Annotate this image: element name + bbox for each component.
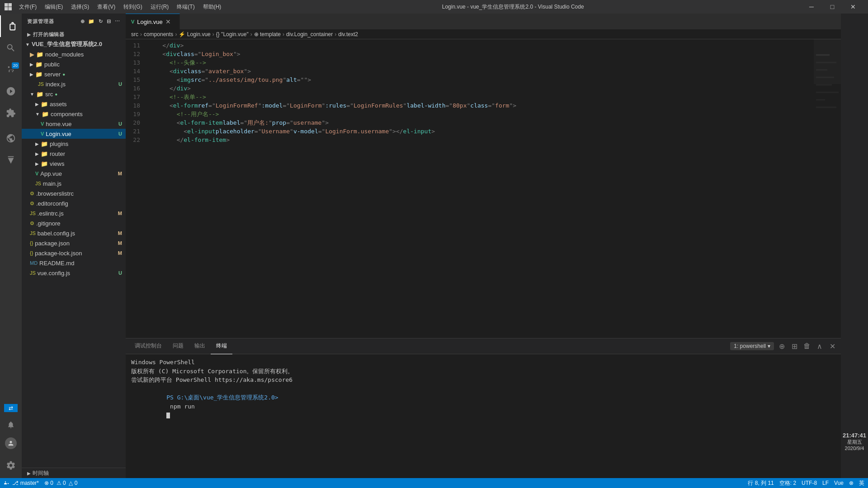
activity-source-control[interactable]: 20: [0, 59, 22, 80]
file-login-vue[interactable]: V Login.vue U: [22, 129, 126, 139]
folder-router-label: router: [50, 150, 65, 157]
folder-public[interactable]: ▶ 📁 public: [22, 59, 126, 69]
close-button[interactable]: ✕: [843, 0, 863, 14]
menu-help[interactable]: 帮助(H): [199, 2, 225, 12]
menu-select[interactable]: 选择(S): [67, 2, 93, 12]
folder-components[interactable]: ▼ 📁 components: [22, 109, 126, 119]
activity-remote[interactable]: [0, 127, 22, 149]
file-vue-config[interactable]: JS vue.config.js U: [22, 268, 126, 278]
file-gitignore[interactable]: ⚙ .gitignore: [22, 218, 126, 228]
file-browserslistrc[interactable]: ⚙ .browserslistrc: [22, 188, 126, 198]
activity-notifications[interactable]: [0, 414, 22, 436]
status-lang-switch[interactable]: 英: [859, 479, 864, 487]
code-content[interactable]: </div> <div class="Login_box"> <!--头像-->…: [145, 39, 814, 338]
file-package-lock[interactable]: {} package-lock.json M: [22, 248, 126, 258]
file-badge: U: [118, 81, 122, 87]
timeline-item[interactable]: ▶ 时间轴: [22, 468, 126, 478]
breadcrumb-file[interactable]: ⚡ Login.vue: [179, 31, 210, 38]
activity-test[interactable]: [0, 149, 22, 171]
file-index-js[interactable]: JS index.js U: [22, 79, 126, 89]
sidebar-header: 资源管理器 ⊕ 📁 ↻ ⊟ ⋯: [22, 14, 126, 29]
status-encoding[interactable]: UTF-8: [802, 480, 817, 486]
status-line-col[interactable]: 行 8, 列 11: [748, 479, 774, 487]
menu-edit[interactable]: 编辑(E): [41, 2, 66, 12]
new-folder-icon[interactable]: 📁: [88, 19, 95, 24]
folder-src[interactable]: ▼ 📁 src ●: [22, 89, 126, 99]
file-readme[interactable]: MD README.md: [22, 258, 126, 268]
clock-date: 2020/9/4: [845, 446, 864, 451]
activity-explorer[interactable]: [0, 15, 22, 37]
file-package-json[interactable]: {} package.json M: [22, 238, 126, 248]
menu-terminal[interactable]: 终端(T): [173, 2, 198, 12]
collapse-icon[interactable]: ⊟: [107, 19, 111, 24]
folder-plugins-label: plugins: [50, 141, 68, 147]
menu-view[interactable]: 查看(V): [94, 2, 119, 12]
file-home-vue[interactable]: V home.vue U: [22, 119, 126, 129]
breadcrumb-template[interactable]: ⊕ template: [254, 31, 281, 38]
open-editors-header[interactable]: ▶ 打开的编辑器: [22, 29, 126, 39]
activity-settings[interactable]: [0, 455, 22, 476]
chevron-right-icon: ▶: [35, 141, 39, 146]
more-icon[interactable]: ⋯: [115, 19, 120, 24]
breadcrumb-sep: ›: [283, 31, 284, 38]
folder-plugins[interactable]: ▶ 📁 plugins: [22, 139, 126, 149]
folder-assets[interactable]: ▶ 📁 assets: [22, 99, 126, 109]
status-spaces[interactable]: 空格: 2: [779, 479, 796, 487]
breadcrumb-components[interactable]: components: [144, 31, 173, 38]
folder-server-label: server: [44, 71, 61, 78]
breadcrumb-src[interactable]: src: [131, 31, 138, 38]
code-editor[interactable]: 11 12 13 14 15 16 17 18 19 20 21 22 </di…: [126, 39, 814, 338]
window-controls: ─ □ ✕: [801, 0, 863, 14]
trash-terminal-button[interactable]: 🗑: [802, 341, 812, 351]
close-panel-button[interactable]: ✕: [827, 341, 837, 351]
tab-close-button[interactable]: ✕: [165, 18, 171, 25]
file-eslintrc[interactable]: JS .eslintrc.js M: [22, 208, 126, 218]
chevron-right-icon: ▶: [30, 72, 33, 77]
code-line-16: </div>: [148, 84, 814, 93]
activity-extensions[interactable]: [0, 102, 22, 124]
folder-icon: 📁: [35, 71, 42, 78]
folder-node-modules[interactable]: ▶ 📁 node_modules: [22, 49, 126, 59]
panel-tab-problems[interactable]: 问题: [167, 338, 189, 354]
panel-tab-output[interactable]: 输出: [189, 338, 211, 354]
status-language[interactable]: Vue: [834, 480, 844, 486]
maximize-button[interactable]: □: [822, 0, 843, 14]
menu-bar[interactable]: 文件(F) 编辑(E) 选择(S) 查看(V) 转到(G) 运行(R) 终端(T…: [15, 2, 225, 12]
status-feedback[interactable]: ⊗: [849, 480, 854, 486]
status-git-branch[interactable]: ⎇ master*: [4, 480, 39, 487]
activity-remote-indicator[interactable]: ⇄: [4, 404, 18, 412]
terminal-line-2: 版权所有 (C) Microsoft Corporation。保留所有权利。: [131, 367, 835, 376]
menu-run[interactable]: 运行(R): [147, 2, 173, 12]
activity-run-debug[interactable]: [0, 80, 22, 102]
panel-tab-debug[interactable]: 调试控制台: [129, 338, 167, 354]
terminal-content[interactable]: Windows PowerShell 版权所有 (C) Microsoft Co…: [126, 354, 841, 478]
breadcrumb-container[interactable]: div.Login_container: [286, 31, 333, 38]
breadcrumb-symbol1[interactable]: {} "Login.vue": [216, 31, 249, 38]
breadcrumb-text2[interactable]: div.text2: [338, 31, 358, 38]
file-babel-config[interactable]: JS babel.config.js M: [22, 228, 126, 238]
menu-goto[interactable]: 转到(G): [120, 2, 146, 12]
user-avatar[interactable]: [5, 437, 17, 449]
collapse-panel-button[interactable]: ∧: [815, 341, 825, 351]
tab-login-vue[interactable]: V Login.vue ✕: [126, 14, 180, 29]
activity-search[interactable]: [0, 37, 22, 59]
file-main-js[interactable]: JS main.js: [22, 178, 126, 188]
status-eol[interactable]: LF: [822, 480, 829, 486]
panel-tab-terminal[interactable]: 终端: [211, 338, 232, 354]
folder-router[interactable]: ▶ 📁 router: [22, 149, 126, 159]
folder-server[interactable]: ▶ 📁 server ●: [22, 69, 126, 79]
refresh-icon[interactable]: ↻: [99, 19, 103, 24]
terminal-selector[interactable]: 1: powershell ▾: [730, 342, 774, 350]
terminal-command: npm run: [166, 403, 198, 410]
project-root[interactable]: ▼ VUE_学生信息管理系统2.0: [22, 39, 126, 49]
code-line-17: <!--表单-->: [148, 93, 814, 101]
file-editorconfig[interactable]: ⚙ .editorconfig: [22, 198, 126, 208]
file-app-vue[interactable]: V App.vue M: [22, 169, 126, 178]
folder-views[interactable]: ▶ 📁 views: [22, 159, 126, 169]
split-terminal-button[interactable]: ⊞: [789, 341, 799, 351]
minimize-button[interactable]: ─: [801, 0, 822, 14]
new-file-icon[interactable]: ⊕: [80, 19, 85, 24]
add-terminal-button[interactable]: ⊕: [777, 341, 787, 351]
menu-file[interactable]: 文件(F): [15, 2, 40, 12]
status-errors[interactable]: ⊗ 0 ⚠ 0 △ 0: [44, 480, 77, 486]
